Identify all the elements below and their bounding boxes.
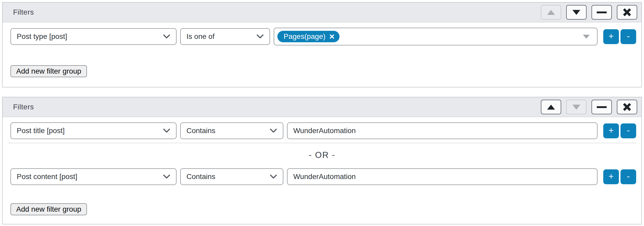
collapse-button[interactable]: [592, 5, 612, 20]
value-multiselect[interactable]: Pages(page): [274, 28, 598, 45]
minus-icon: [597, 11, 607, 13]
operator-select-value: Is one of: [186, 32, 214, 41]
metabox-1-body: Post type [post] Is one of Pages(page): [3, 28, 641, 87]
add-rule-button[interactable]: +: [603, 123, 619, 138]
close-button[interactable]: [617, 100, 637, 114]
add-filter-group-button[interactable]: Add new filter group: [10, 203, 87, 215]
move-down-button[interactable]: [566, 5, 587, 20]
move-up-button[interactable]: [541, 5, 561, 20]
metabox-2-body: Post title [post] Contains + -: [3, 122, 641, 224]
collapse-button[interactable]: [592, 100, 612, 114]
x-icon: [330, 34, 334, 39]
operator-select-value: Contains: [186, 127, 215, 135]
operator-select[interactable]: Contains: [180, 168, 283, 185]
add-filter-group-button[interactable]: Add new filter group: [10, 65, 87, 77]
or-label: - OR -: [8, 150, 636, 160]
remove-rule-button[interactable]: -: [620, 29, 636, 44]
filters-metabox-2: Filters: [2, 97, 642, 224]
down-triangle-icon: [572, 10, 580, 15]
chevron-down-icon: [256, 34, 264, 39]
selected-tag-label: Pages(page): [284, 32, 325, 41]
rule-actions: + -: [603, 169, 636, 184]
chevron-down-icon: [163, 128, 170, 133]
add-rule-button[interactable]: +: [603, 29, 619, 44]
selected-tag: Pages(page): [277, 31, 339, 42]
x-icon: [623, 103, 631, 111]
remove-rule-button[interactable]: -: [620, 169, 636, 184]
value-input[interactable]: [287, 122, 598, 139]
move-down-button[interactable]: [566, 100, 587, 114]
metabox-2-title: Filters: [13, 103, 34, 111]
tag-remove-button[interactable]: [330, 34, 334, 39]
rule-actions: + -: [603, 29, 636, 44]
down-triangle-icon: [583, 35, 590, 39]
filters-metabox-1: Filters: [2, 2, 642, 87]
metabox-1-controls: [541, 5, 637, 20]
metabox-2-controls: [541, 100, 637, 114]
close-button[interactable]: [617, 5, 637, 20]
rule-actions: + -: [603, 123, 636, 138]
move-up-button[interactable]: [541, 100, 561, 114]
add-rule-button[interactable]: +: [603, 169, 619, 184]
filter-rule-row: Post content [post] Contains + -: [10, 168, 636, 185]
filters-page: Filters: [0, 0, 644, 226]
operator-select[interactable]: Contains: [180, 122, 283, 139]
x-icon: [623, 8, 631, 17]
chevron-down-icon: [270, 174, 277, 179]
operator-select[interactable]: Is one of: [180, 28, 270, 45]
chevron-down-icon: [270, 128, 277, 133]
rule-divider: [8, 143, 636, 143]
value-input[interactable]: [287, 168, 598, 185]
filter-rule-row: Post title [post] Contains + -: [10, 122, 636, 139]
down-triangle-icon: [572, 105, 580, 110]
up-triangle-icon: [547, 10, 555, 15]
metabox-1-title: Filters: [13, 8, 34, 16]
metabox-1-header[interactable]: Filters: [3, 3, 641, 22]
minus-icon: [597, 106, 607, 108]
field-select[interactable]: Post content [post]: [10, 168, 177, 185]
field-select-value: Post title [post]: [17, 127, 65, 135]
field-select[interactable]: Post type [post]: [10, 28, 177, 45]
field-select[interactable]: Post title [post]: [10, 122, 177, 139]
metabox-2-header[interactable]: Filters: [3, 97, 641, 117]
remove-rule-button[interactable]: -: [620, 123, 636, 138]
chevron-down-icon: [163, 34, 170, 39]
filter-rule-row: Post type [post] Is one of Pages(page): [10, 28, 636, 45]
up-triangle-icon: [547, 105, 555, 110]
field-select-value: Post content [post]: [17, 173, 77, 181]
chevron-down-icon: [163, 174, 170, 179]
operator-select-value: Contains: [186, 173, 215, 181]
field-select-value: Post type [post]: [17, 32, 67, 41]
